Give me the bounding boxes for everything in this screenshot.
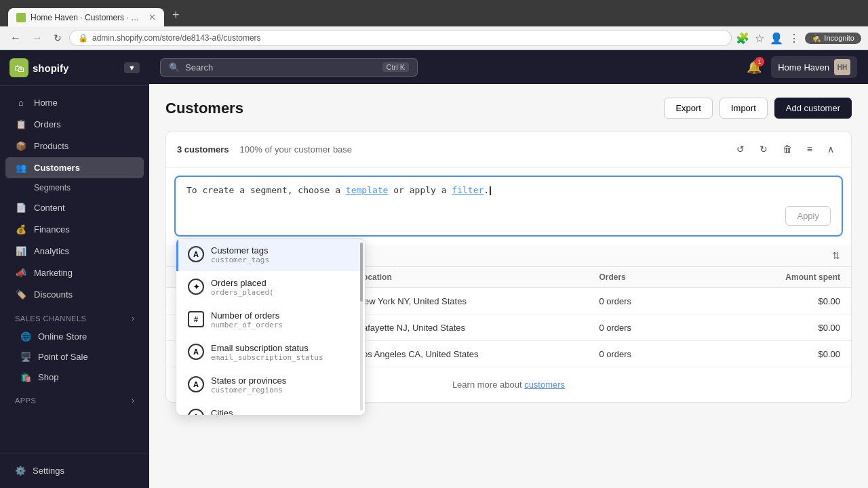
number-orders-text: Number of orders number_of_orders xyxy=(211,310,283,329)
sales-channels-expand-icon[interactable]: › xyxy=(132,314,134,323)
sidebar-nav: ⌂ Home 📋 Orders 📦 Products 👥 Customers S… xyxy=(0,86,149,453)
sidebar-header: 🛍 shopify ▼ xyxy=(0,50,149,86)
apply-button[interactable]: Apply xyxy=(785,206,831,226)
delete-button[interactable]: 🗑 xyxy=(776,140,798,159)
store-menu-button[interactable]: Home Haven HH xyxy=(771,56,857,78)
analytics-label: Analytics xyxy=(34,246,69,256)
marketing-icon: 📣 xyxy=(15,268,27,278)
sidebar-item-point-of-sale[interactable]: 🖥️ Point of Sale xyxy=(5,347,144,367)
sidebar-item-shop[interactable]: 🛍️ Shop xyxy=(5,367,144,387)
sort-icon[interactable]: ⇅ xyxy=(832,250,840,261)
reload-button[interactable]: ↻ xyxy=(50,31,65,45)
row-1-location: Lafayette NJ, United States xyxy=(358,323,599,333)
search-icon: 🔍 xyxy=(169,62,180,73)
redo-button[interactable]: ↻ xyxy=(753,140,774,159)
segments-label: Segments xyxy=(34,183,71,192)
sidebar-item-products[interactable]: 📦 Products xyxy=(5,136,144,157)
shopify-logo[interactable]: 🛍 shopify xyxy=(9,58,68,77)
shop-label: Shop xyxy=(38,372,58,382)
search-bar[interactable]: 🔍 Search Ctrl K xyxy=(160,58,418,77)
apps-expand-icon[interactable]: › xyxy=(132,396,134,405)
sidebar-sub-segments[interactable]: Segments xyxy=(5,179,144,197)
table-section: 3 customers 100% of your customer base ↺… xyxy=(165,131,852,403)
collapse-button[interactable]: ∧ xyxy=(821,140,840,159)
address-bar[interactable]: 🔒 admin.shopify.com/store/de8143-a6/cust… xyxy=(69,30,732,46)
sidebar-item-customers[interactable]: 👥 Customers xyxy=(5,157,144,178)
dropdown-item-customer-tags[interactable]: A Customer tags customer_tags xyxy=(176,239,365,271)
row-1-amount: $0.00 xyxy=(719,323,840,333)
top-bar-right: 🔔 1 Home Haven HH xyxy=(747,56,857,78)
customers-count: 3 customers xyxy=(177,144,229,155)
import-button[interactable]: Import xyxy=(719,98,768,119)
new-tab-button[interactable]: + xyxy=(167,5,185,25)
customers-label: Customers xyxy=(34,163,80,173)
undo-button[interactable]: ↺ xyxy=(730,140,751,159)
number-orders-sub: number_of_orders xyxy=(211,321,283,329)
incognito-icon: 🕵 xyxy=(812,34,821,43)
dropdown-item-cities[interactable]: A Cities xyxy=(176,401,365,415)
number-orders-icon: # xyxy=(188,311,204,327)
dropdown-scroll-container[interactable]: A Customer tags customer_tags ✦ O xyxy=(176,239,365,415)
filter-button[interactable]: ≡ xyxy=(801,140,818,159)
orders-placed-icon: ✦ xyxy=(188,279,204,295)
shopify-wordmark: shopify xyxy=(33,62,68,74)
tab-close-icon[interactable]: ✕ xyxy=(149,12,156,22)
forward-button[interactable]: → xyxy=(28,30,46,45)
customers-icon: 👥 xyxy=(15,163,27,173)
dropdown-item-orders-placed[interactable]: ✦ Orders placed orders_placed( xyxy=(176,271,365,304)
dropdown-item-states[interactable]: A States or provinces customer_regions xyxy=(176,369,365,401)
store-dropdown-icon[interactable]: ▼ xyxy=(124,62,140,73)
browser-toolbar-actions: 🧩 ☆ 👤 ⋮ 🕵 Incognito xyxy=(736,32,861,45)
customers-learn-more-link[interactable]: customers xyxy=(524,380,565,390)
products-label: Products xyxy=(34,141,68,151)
states-sub: customer_regions xyxy=(211,386,286,394)
sidebar-item-finances[interactable]: 💰 Finances xyxy=(5,219,144,240)
row-2-amount: $0.00 xyxy=(719,349,840,359)
col-amount-header: Amount spent xyxy=(719,272,840,282)
template-link[interactable]: template xyxy=(346,185,389,195)
extensions-icon[interactable]: 🧩 xyxy=(736,32,749,45)
export-button[interactable]: Export xyxy=(664,98,713,119)
filter-link[interactable]: filter xyxy=(452,185,484,195)
incognito-button[interactable]: 🕵 Incognito xyxy=(805,33,861,44)
orders-label: Orders xyxy=(34,119,61,129)
sidebar-item-discounts[interactable]: 🏷️ Discounts xyxy=(5,284,144,305)
scrollbar-thumb xyxy=(360,243,363,302)
settings-label: Settings xyxy=(33,466,64,476)
add-customer-button[interactable]: Add customer xyxy=(774,98,852,119)
sidebar-item-online-store[interactable]: 🌐 Online Store xyxy=(5,327,144,346)
dropdown-item-email-subscription[interactable]: A Email subscription status email_subscr… xyxy=(176,336,365,369)
settings-icon: ⚙️ xyxy=(15,466,26,476)
customer-tags-label: Customer tags xyxy=(211,245,269,256)
sales-channels-label: Sales channels xyxy=(15,314,86,323)
segment-hint: To create a segment, choose a template o… xyxy=(186,185,831,195)
browser-toolbar: ← → ↻ 🔒 admin.shopify.com/store/de8143-a… xyxy=(0,26,868,50)
dropdown-item-number-orders[interactable]: # Number of orders number_of_orders xyxy=(176,304,365,336)
store-avatar: HH xyxy=(834,59,850,75)
sidebar-item-content[interactable]: 📄 Content xyxy=(5,197,144,218)
browser-tab[interactable]: Home Haven · Customers · Sho... ✕ xyxy=(8,8,164,26)
discounts-icon: 🏷️ xyxy=(15,289,27,300)
cursor xyxy=(490,186,491,195)
col-orders-header: Orders xyxy=(599,272,719,282)
more-icon[interactable]: ⋮ xyxy=(789,32,800,45)
notification-badge: 1 xyxy=(755,57,764,66)
orders-icon: 📋 xyxy=(15,119,27,129)
home-label: Home xyxy=(34,98,58,108)
back-button[interactable]: ← xyxy=(7,30,24,45)
notification-button[interactable]: 🔔 1 xyxy=(747,60,762,75)
search-shortcut-badge: Ctrl K xyxy=(382,62,410,72)
profile-icon[interactable]: 👤 xyxy=(770,32,783,45)
sidebar-item-settings[interactable]: ⚙️ Settings xyxy=(9,460,140,481)
orders-placed-sub: orders_placed( xyxy=(211,288,274,297)
toolbar-right-actions: ↺ ↻ 🗑 ≡ ∧ xyxy=(730,140,840,159)
sidebar-item-marketing[interactable]: 📣 Marketing xyxy=(5,262,144,283)
email-sub-text: Email subscription status email_subscrip… xyxy=(211,343,323,362)
sidebar-item-orders[interactable]: 📋 Orders xyxy=(5,114,144,135)
bookmark-icon[interactable]: ☆ xyxy=(755,32,764,45)
finances-icon: 💰 xyxy=(15,224,27,235)
sidebar-item-home[interactable]: ⌂ Home xyxy=(5,92,144,113)
header-actions: Export Import Add customer xyxy=(664,98,852,119)
sidebar-item-analytics[interactable]: 📊 Analytics xyxy=(5,241,144,262)
analytics-icon: 📊 xyxy=(15,246,27,256)
